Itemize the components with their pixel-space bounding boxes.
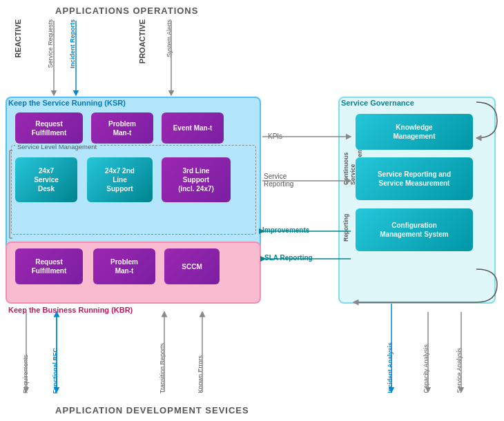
kbr-title: Keep the Business Running (KBR) — [8, 306, 133, 314]
configuration-management-btn[interactable]: ConfigurationManagement System — [356, 208, 473, 251]
gov-title: Service Governance — [341, 99, 414, 107]
transition-reports-label: Transition Reports — [159, 343, 166, 393]
second-line-btn[interactable]: 24x7 2ndLineSupport — [87, 157, 153, 202]
service-reporting-label: ServiceReporting — [264, 173, 293, 188]
diagram: APPLICATIONS OPERATIONS REACTIVE PROACTI… — [0, 0, 504, 421]
incident-reports-label: Incident Reports — [69, 19, 76, 68]
app-dev-title: APPLICATION DEVELOPMENT SEVICES — [55, 405, 249, 415]
proactive-label: PROACTIVE — [138, 19, 146, 63]
problem-mant-kbr-btn[interactable]: ProblemMan-t — [93, 248, 155, 284]
capacity-analysis-label: Capacity Analysis — [423, 344, 429, 393]
third-line-btn[interactable]: 3rd LineSupport(incl. 24x7) — [162, 157, 231, 202]
request-fulfillment-kbr-btn[interactable]: RequestFulfillment — [15, 248, 83, 284]
incident-analysis-label: Incident Analysis — [387, 342, 394, 393]
service-desk-btn[interactable]: 24x7ServiceDesk — [15, 157, 77, 202]
problem-mant-ksr-btn[interactable]: ProblemMan-t — [91, 112, 153, 144]
functional-rfc-label: Functional RFC — [52, 348, 59, 394]
improvements-label: Improvements — [262, 226, 309, 234]
requirements-label: Requirements — [22, 355, 29, 393]
reactive-label: REACTIVE — [14, 19, 22, 58]
request-fulfillment-ksr-btn[interactable]: RequestFulfillment — [15, 112, 83, 144]
ksr-title: Keep the Service Running (KSR) — [8, 99, 126, 107]
known-errors-label: Known Errors — [197, 355, 204, 393]
system-alerts-label: System Alerts — [166, 19, 173, 57]
sla-label: SLA Reporting — [264, 254, 313, 262]
event-mant-ksr-btn[interactable]: Event Man-t — [162, 112, 224, 144]
kpis-label: KPIs — [268, 133, 282, 140]
service-analysis-label: Service Analysis — [456, 348, 463, 393]
knowledge-management-btn[interactable]: KnowledgeManagement — [356, 114, 473, 150]
reporting-label: Reporting — [342, 193, 349, 242]
app-ops-title: APPLICATIONS OPERATIONS — [55, 6, 198, 16]
sccm-btn[interactable]: SCCM — [164, 248, 220, 284]
service-reporting-measurement-btn[interactable]: Service Reporting andService Measurement — [356, 157, 473, 200]
slm-title: Service Level Management — [15, 143, 99, 150]
service-requests-label: Service Requests — [47, 19, 54, 68]
